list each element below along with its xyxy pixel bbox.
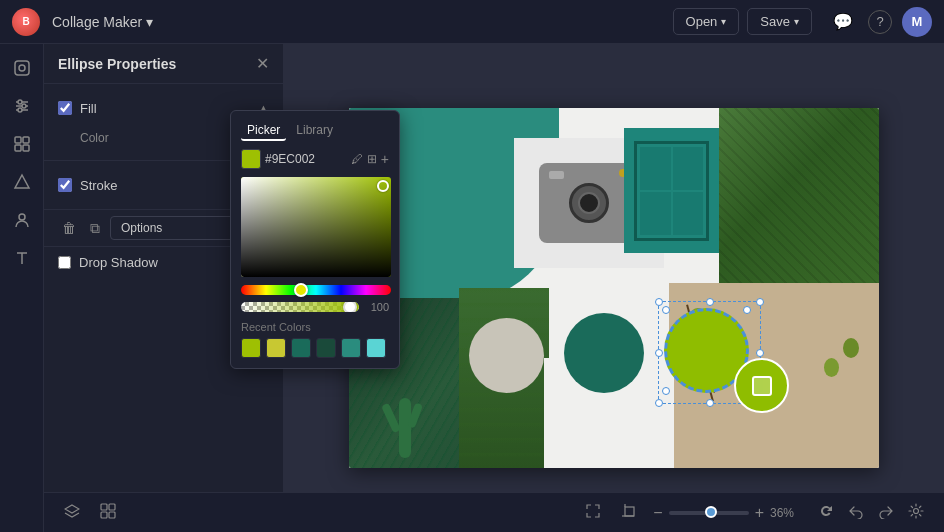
svg-rect-15 — [101, 504, 107, 510]
drop-shadow-checkbox[interactable] — [58, 256, 71, 269]
logo-text: B — [22, 16, 29, 27]
zoom-percent: 36% — [770, 506, 802, 520]
recent-colors — [241, 338, 389, 358]
user-avatar[interactable]: M — [902, 7, 932, 37]
alpha-thumb[interactable] — [343, 302, 357, 312]
alpha-gradient — [241, 302, 359, 312]
grid-icon[interactable] — [96, 499, 120, 526]
zoom-thumb[interactable] — [705, 506, 717, 518]
copy-button[interactable]: ⧉ — [86, 218, 104, 239]
color-picker-popup: Picker Library 🖊 ⊞ + 100 — [230, 110, 400, 369]
gradient-black — [241, 177, 391, 277]
crop-icon[interactable] — [617, 499, 641, 526]
save-button[interactable]: Save ▾ — [747, 8, 812, 35]
canvas — [349, 108, 879, 468]
recent-color-5[interactable] — [341, 338, 361, 358]
svg-rect-10 — [15, 145, 21, 151]
tab-picker[interactable]: Picker — [241, 121, 286, 141]
recent-color-6[interactable] — [366, 338, 386, 358]
topbar: B Collage Maker ▾ Open ▾ Save ▾ 💬 ? M — [0, 0, 944, 44]
hex-row: 🖊 ⊞ + — [241, 149, 389, 169]
bottom-right-icons — [814, 499, 928, 526]
tab-library[interactable]: Library — [290, 121, 339, 141]
svg-rect-11 — [23, 145, 29, 151]
panel-close-button[interactable]: ✕ — [256, 54, 269, 73]
hex-input[interactable] — [265, 152, 347, 166]
save-label: Save — [760, 14, 790, 29]
svg-rect-17 — [101, 512, 107, 518]
icon-bar-text[interactable] — [6, 242, 38, 274]
app-name-label: Collage Maker — [52, 14, 142, 30]
user-initial: M — [912, 14, 923, 29]
gradient-picker-dot[interactable] — [377, 180, 389, 192]
svg-rect-9 — [23, 137, 29, 143]
eyedropper-icon[interactable]: 🖊 — [351, 152, 363, 166]
circle-small-green[interactable] — [734, 358, 789, 413]
recent-color-2[interactable] — [266, 338, 286, 358]
stroke-checkbox[interactable] — [58, 178, 72, 192]
svg-point-22 — [914, 509, 919, 514]
recent-color-4[interactable] — [316, 338, 336, 358]
grid-icon[interactable]: ⊞ — [367, 152, 377, 166]
icon-bar-shapes[interactable] — [6, 166, 38, 198]
app-name-chevron: ▾ — [146, 14, 153, 30]
canvas-green-right — [719, 108, 879, 308]
icon-bar-people[interactable] — [6, 204, 38, 236]
circle-teal — [564, 313, 644, 393]
handle-tr[interactable] — [743, 306, 751, 314]
topbar-right-icons: 💬 ? M — [828, 7, 932, 37]
stroke-label: Stroke — [80, 178, 250, 193]
settings-icon[interactable] — [904, 499, 928, 526]
svg-point-1 — [19, 65, 25, 71]
panel-header: Ellipse Properties ✕ — [44, 44, 283, 84]
svg-rect-18 — [109, 512, 115, 518]
svg-point-5 — [18, 100, 22, 104]
fill-label: Fill — [80, 101, 250, 116]
redo-icon[interactable] — [874, 499, 898, 526]
bottom-bar: − + 36% — [44, 492, 944, 532]
trash-button[interactable]: 🗑 — [58, 218, 80, 238]
alpha-value: 100 — [365, 301, 389, 313]
gradient-picker[interactable] — [241, 177, 391, 277]
layers-icon[interactable] — [60, 499, 84, 526]
fit-screen-icon[interactable] — [581, 499, 605, 526]
zoom-slider[interactable] — [669, 511, 749, 515]
svg-rect-16 — [109, 504, 115, 510]
open-button[interactable]: Open ▾ — [673, 8, 740, 35]
zoom-in-button[interactable]: + — [755, 504, 764, 522]
fill-checkbox[interactable] — [58, 101, 72, 115]
svg-point-12 — [19, 214, 25, 220]
zoom-controls: − + 36% — [653, 504, 802, 522]
color-sub-label: Color — [80, 131, 241, 145]
svg-rect-0 — [15, 61, 29, 75]
handle-bl[interactable] — [662, 387, 670, 395]
panel-title: Ellipse Properties — [58, 56, 176, 72]
icon-bar-home[interactable] — [6, 52, 38, 84]
reset-icon[interactable] — [814, 499, 838, 526]
picker-tabs: Picker Library — [241, 121, 389, 141]
drop-shadow-label: Drop Shadow — [79, 255, 250, 270]
svg-point-7 — [18, 108, 22, 112]
recent-colors-label: Recent Colors — [241, 321, 389, 333]
icon-bar — [0, 44, 44, 532]
app-name-button[interactable]: Collage Maker ▾ — [52, 14, 153, 30]
icon-bar-sliders[interactable] — [6, 90, 38, 122]
help-icon[interactable]: ? — [868, 10, 892, 34]
hue-slider[interactable] — [241, 285, 391, 295]
open-label: Open — [686, 14, 718, 29]
hex-swatch[interactable] — [241, 149, 261, 169]
recent-color-3[interactable] — [291, 338, 311, 358]
svg-rect-8 — [15, 137, 21, 143]
alpha-row: 100 — [241, 301, 389, 313]
app-logo: B — [12, 8, 40, 36]
alpha-slider[interactable] — [241, 302, 359, 312]
zoom-out-button[interactable]: − — [653, 504, 662, 522]
comment-icon[interactable]: 💬 — [828, 7, 858, 37]
undo-icon[interactable] — [844, 499, 868, 526]
add-color-button[interactable]: + — [381, 151, 389, 167]
icon-bar-grid[interactable] — [6, 128, 38, 160]
recent-color-1[interactable] — [241, 338, 261, 358]
circle-gray — [469, 318, 544, 393]
hue-thumb[interactable] — [294, 283, 308, 297]
handle-tl[interactable] — [662, 306, 670, 314]
